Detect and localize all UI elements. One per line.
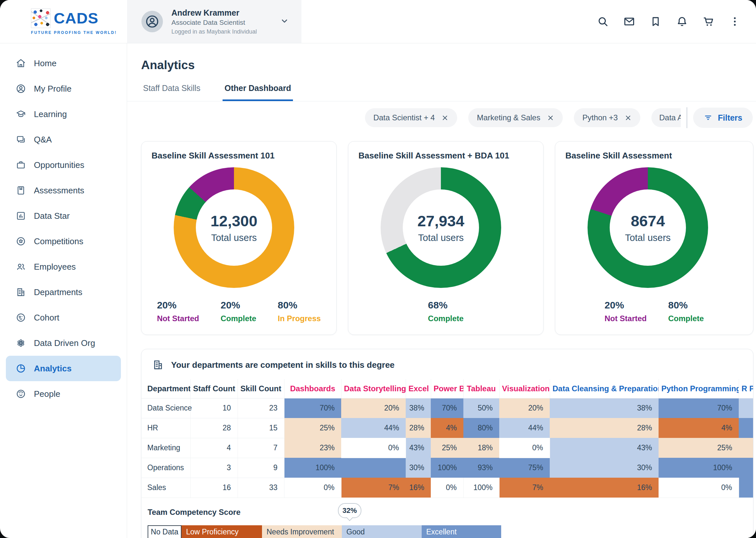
avatar bbox=[141, 11, 163, 32]
qa-icon bbox=[16, 134, 26, 145]
legend-status: In Progress bbox=[278, 314, 321, 323]
departments-skills-card: Your departments are competent in skills… bbox=[141, 349, 753, 538]
sidebar-item-label: Learning bbox=[34, 109, 67, 119]
close-icon[interactable] bbox=[441, 114, 449, 122]
dept-cell: HR bbox=[141, 418, 190, 438]
cohort-icon bbox=[16, 312, 26, 323]
donut-chart: 12,300 Total users bbox=[174, 167, 294, 288]
kebab-button[interactable] bbox=[729, 15, 741, 28]
legend-status: Complete bbox=[668, 314, 703, 323]
opportunities-icon bbox=[16, 160, 26, 170]
analytics-icon bbox=[16, 363, 26, 374]
sidebar-item-home[interactable]: Home bbox=[0, 51, 127, 76]
column-header: Tableau bbox=[463, 379, 499, 398]
assessments-icon bbox=[16, 185, 26, 196]
score-segment: No Data bbox=[148, 525, 181, 538]
table-header-row: DepartmentStaff CountSkill CountDashboar… bbox=[141, 379, 753, 398]
staff-count-cell: 28 bbox=[190, 418, 238, 438]
filters-button[interactable]: Filters bbox=[693, 108, 753, 128]
logo[interactable]: CADS FUTURE PROOFING THE WORLD! bbox=[0, 0, 127, 43]
mail-icon bbox=[623, 15, 636, 28]
skill-score-cell: 100% bbox=[431, 458, 463, 478]
skill-score-cell: 70% bbox=[431, 398, 463, 418]
skill-score-cell: 38% bbox=[550, 398, 659, 418]
donut-legend: 68% Complete bbox=[348, 300, 543, 323]
skill-score-cell: 16% bbox=[550, 478, 659, 498]
sidebar-item-employees[interactable]: Employees bbox=[0, 254, 127, 279]
search-button[interactable] bbox=[597, 15, 609, 28]
column-header: Skill Count bbox=[238, 379, 284, 398]
skill-count-cell: 15 bbox=[238, 418, 284, 438]
dept-cell: Marketing bbox=[141, 438, 190, 458]
sidebar-item-learning[interactable]: Learning bbox=[0, 101, 127, 127]
close-icon[interactable] bbox=[624, 114, 632, 122]
mail-button[interactable] bbox=[623, 15, 636, 28]
staff-count-cell: 4 bbox=[190, 438, 238, 458]
sidebar-item-q-a[interactable]: Q&A bbox=[0, 127, 127, 152]
skill-score-cell: 25% bbox=[431, 438, 463, 458]
sidebar-item-departments[interactable]: Departments bbox=[0, 279, 127, 305]
sidebar-item-label: Opportunities bbox=[34, 160, 84, 170]
filter-chips-row: Data Scientist + 4 Marketing & Sales Pyt… bbox=[365, 107, 753, 128]
filter-chip[interactable]: Data Ar bbox=[651, 108, 681, 127]
sidebar-item-opportunities[interactable]: Opportunities bbox=[0, 152, 127, 178]
legend-status: Complete bbox=[220, 314, 256, 323]
sidebar-item-label: Data Driven Org bbox=[34, 338, 95, 348]
tab-bar: Staff Data SkillsOther Dashboard bbox=[127, 83, 756, 101]
skill-score-cell: 16% bbox=[406, 478, 431, 498]
legend-status: Not Started bbox=[604, 314, 646, 323]
column-header: Department bbox=[141, 379, 190, 398]
legend-status: Complete bbox=[428, 314, 463, 323]
app-window: CADS FUTURE PROOFING THE WORLD! Andrew K… bbox=[0, 0, 756, 538]
sidebar-item-people[interactable]: People bbox=[0, 381, 127, 406]
bell-icon bbox=[676, 15, 688, 28]
sidebar-item-my-profile[interactable]: My Profile bbox=[0, 76, 127, 101]
skill-score-cell: 44% bbox=[499, 418, 550, 438]
skill-score-cell: 25% bbox=[284, 418, 341, 438]
sidebar-item-label: My Profile bbox=[34, 84, 72, 94]
skill-score-cell bbox=[739, 418, 753, 438]
donut-total-label: Total users bbox=[625, 233, 671, 243]
column-header: Visualization bbox=[499, 379, 550, 398]
legend-percent: 20% bbox=[604, 300, 646, 311]
score-segment: Needs Improvement bbox=[262, 525, 342, 538]
sidebar-item-cohort[interactable]: Cohort bbox=[0, 305, 127, 330]
filter-chip[interactable]: Python +3 bbox=[574, 108, 640, 127]
search-icon bbox=[597, 15, 609, 28]
donut-card: Baseline Skill Assessment + BDA 101 27,9… bbox=[348, 141, 543, 335]
user-profile-menu[interactable]: Andrew Krammer Associate Data Scientist … bbox=[127, 0, 302, 43]
close-icon[interactable] bbox=[547, 114, 554, 122]
skill-count-cell: 23 bbox=[238, 398, 284, 418]
skill-score-cell: 18% bbox=[463, 438, 499, 458]
filter-chip[interactable]: Data Scientist + 4 bbox=[365, 108, 457, 127]
skill-score-cell: 38% bbox=[406, 398, 431, 418]
dept-cell: Data Science bbox=[141, 398, 190, 418]
filter-chip[interactable]: Marketing & Sales bbox=[468, 108, 563, 127]
sidebar-item-label: Employees bbox=[34, 262, 76, 272]
page-title: Analytics bbox=[141, 58, 756, 72]
team-competency-legend: Team Competency Score 32% No DataLow Pro… bbox=[148, 508, 753, 538]
sidebar-item-data-driven-org[interactable]: Data Driven Org bbox=[0, 330, 127, 356]
donut-chart: 27,934 Total users bbox=[381, 167, 501, 288]
departments-icon bbox=[152, 359, 164, 371]
bell-button[interactable] bbox=[676, 15, 688, 28]
cart-button[interactable] bbox=[702, 15, 715, 28]
legend-status: Not Started bbox=[157, 314, 199, 323]
table-row: HR 28 1525%44%28%4%80%44%28%4% bbox=[141, 418, 753, 438]
skill-score-cell bbox=[739, 438, 753, 458]
sidebar-item-data-star[interactable]: Data Star bbox=[0, 203, 127, 229]
legend-percent: 20% bbox=[157, 300, 199, 311]
donut-total-label: Total users bbox=[418, 233, 464, 243]
donut-legend-item: 20% Complete bbox=[220, 300, 256, 323]
sidebar-item-analytics[interactable]: Analytics bbox=[6, 356, 121, 381]
tab-staff-data-skills[interactable]: Staff Data Skills bbox=[141, 83, 202, 101]
topbar-actions bbox=[597, 0, 756, 43]
column-header: Dashboards bbox=[284, 379, 341, 398]
sidebar-nav: Home My Profile Learning Q&A Opportuniti… bbox=[0, 43, 127, 538]
bookmark-button[interactable] bbox=[649, 15, 662, 28]
sidebar-item-competitions[interactable]: Competitions bbox=[0, 229, 127, 254]
sidebar-item-assessments[interactable]: Assessments bbox=[0, 178, 127, 203]
tab-other-dashboard[interactable]: Other Dashboard bbox=[222, 83, 293, 101]
skill-score-cell: 100% bbox=[463, 478, 499, 498]
chevron-down-icon[interactable] bbox=[279, 16, 290, 27]
